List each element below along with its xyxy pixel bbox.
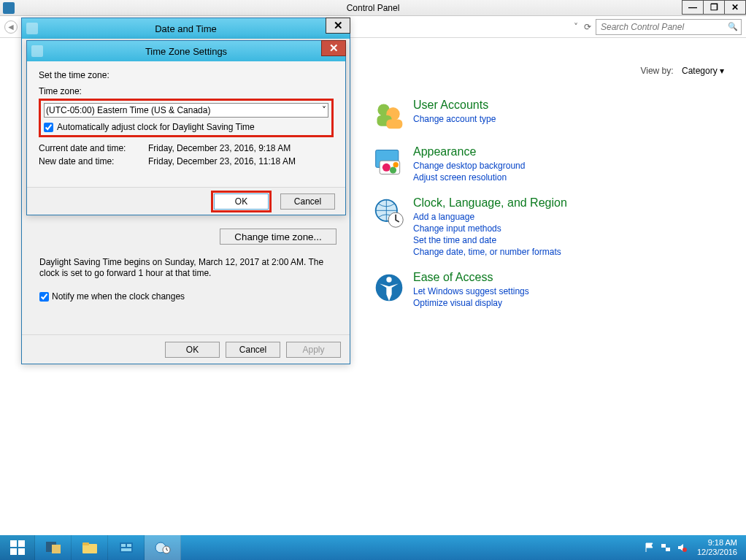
tz-title: Time Zone Settings <box>145 46 227 57</box>
date-time-button-row: OK Cancel Apply <box>22 334 350 364</box>
link-optimize-visual-display[interactable]: Optimize visual display <box>413 297 529 309</box>
refresh-button[interactable]: ⟳ <box>584 22 591 32</box>
ease-of-access-icon <box>372 271 406 304</box>
link-change-account-type[interactable]: Change account type <box>413 113 496 125</box>
auto-dst-label: Automatically adjust clock for Daylight … <box>57 122 255 132</box>
taskbar-clock[interactable]: 9:18 AM 12/23/2016 <box>693 538 742 557</box>
svg-point-8 <box>393 162 399 167</box>
maximize-button[interactable]: ❐ <box>703 0 725 15</box>
category-user-accounts: User Accounts Change account type <box>372 99 723 132</box>
control-panel-titlebar: Control Panel — ❐ ✕ <box>0 0 746 16</box>
tz-cancel-button[interactable]: Cancel <box>280 193 335 210</box>
date-time-titlebar: Date and Time ✕ <box>22 18 350 39</box>
network-icon[interactable] <box>661 542 671 553</box>
close-button[interactable]: ✕ <box>724 0 746 15</box>
search-input[interactable] <box>599 21 728 33</box>
nav-back-button[interactable]: ◄ <box>4 20 18 34</box>
sound-icon[interactable] <box>677 542 687 553</box>
category-appearance: Appearance Change desktop background Adj… <box>372 145 723 183</box>
svg-rect-23 <box>127 544 131 547</box>
svg-rect-22 <box>121 544 126 547</box>
svg-rect-13 <box>10 540 17 547</box>
chevron-down-icon: ˅ <box>322 105 326 115</box>
control-panel-icon <box>3 2 15 14</box>
taskbar-app-1[interactable] <box>108 535 145 560</box>
system-tray: 9:18 AM 12/23/2016 <box>640 535 746 560</box>
auto-dst-checkbox[interactable] <box>44 123 53 132</box>
taskbar-time: 9:18 AM <box>697 538 737 548</box>
svg-rect-24 <box>121 548 131 551</box>
current-datetime-value: Friday, December 23, 2016, 9:18 AM <box>148 143 291 153</box>
category-clock-language-region: Clock, Language, and Region Add a langua… <box>372 196 723 258</box>
tz-button-row: OK Cancel <box>27 187 345 215</box>
view-by-label: View by: <box>640 66 673 76</box>
view-by-dropdown[interactable]: Category ▾ <box>682 66 724 76</box>
tz-icon <box>31 45 43 57</box>
date-time-ok-button[interactable]: OK <box>165 342 220 358</box>
search-box[interactable]: 🔍 <box>596 19 742 35</box>
svg-rect-28 <box>666 548 670 551</box>
link-change-date-time-formats[interactable]: Change date, time, or number formats <box>413 246 567 258</box>
time-zone-selected: (UTC-05:00) Eastern Time (US & Canada) <box>46 105 210 115</box>
svg-point-7 <box>390 166 396 173</box>
category-title[interactable]: User Accounts <box>413 99 496 112</box>
svg-rect-16 <box>18 548 25 555</box>
minimize-button[interactable]: — <box>682 0 704 15</box>
flag-icon[interactable] <box>645 542 655 553</box>
date-time-cancel-button[interactable]: Cancel <box>226 342 280 358</box>
taskbar-date-time[interactable] <box>145 535 181 560</box>
taskbar: 9:18 AM 12/23/2016 <box>0 535 746 560</box>
svg-rect-20 <box>82 542 89 545</box>
category-title[interactable]: Ease of Access <box>413 271 529 284</box>
category-ease-of-access: Ease of Access Let Windows suggest setti… <box>372 271 723 309</box>
change-time-zone-button[interactable]: Change time zone... <box>220 229 337 245</box>
search-icon: 🔍 <box>728 22 738 31</box>
link-adjust-screen-resolution[interactable]: Adjust screen resolution <box>413 172 525 183</box>
window-title: Control Panel <box>347 3 400 13</box>
start-button[interactable] <box>0 535 35 560</box>
highlighted-timezone-area: (UTC-05:00) Eastern Time (US & Canada) ˅… <box>39 99 334 137</box>
tz-ok-button[interactable]: OK <box>214 193 269 210</box>
tz-titlebar: Time Zone Settings ✕ <box>27 41 345 61</box>
link-add-language[interactable]: Add a language <box>413 211 567 223</box>
user-accounts-icon <box>372 99 406 132</box>
time-zone-dropdown[interactable]: (UTC-05:00) Eastern Time (US & Canada) ˅ <box>44 103 328 118</box>
region-icon <box>372 196 406 230</box>
svg-point-12 <box>386 277 391 282</box>
taskbar-date: 12/23/2016 <box>697 548 737 557</box>
taskbar-file-explorer[interactable] <box>72 535 108 560</box>
time-zone-settings-dialog: Time Zone Settings ✕ Set the time zone: … <box>26 40 346 215</box>
svg-rect-18 <box>52 545 61 553</box>
link-set-time-date[interactable]: Set the time and date <box>413 234 567 246</box>
date-time-close-button[interactable]: ✕ <box>326 18 350 34</box>
set-time-zone-label: Set the time zone: <box>39 70 334 80</box>
notify-checkbox[interactable] <box>39 292 49 302</box>
new-datetime-value: Friday, December 23, 2016, 11:18 AM <box>148 156 296 166</box>
svg-rect-15 <box>10 548 17 555</box>
highlighted-ok-wrap: OK <box>211 191 272 212</box>
date-time-icon <box>26 23 38 34</box>
svg-rect-14 <box>18 540 25 547</box>
category-title[interactable]: Clock, Language, and Region <box>413 196 567 210</box>
date-time-title: Date and Time <box>155 23 217 34</box>
address-dropdown-icon[interactable]: ˅ <box>574 22 578 32</box>
time-zone-label: Time zone: <box>39 86 334 96</box>
appearance-icon <box>372 145 406 179</box>
svg-point-6 <box>382 164 391 172</box>
new-datetime-label: New date and time: <box>39 156 148 166</box>
tz-close-button[interactable]: ✕ <box>321 40 346 56</box>
svg-rect-3 <box>386 120 402 129</box>
current-datetime-label: Current date and time: <box>39 143 148 153</box>
svg-rect-27 <box>661 544 666 548</box>
notify-label: Notify me when the clock changes <box>52 291 185 302</box>
link-let-windows-suggest[interactable]: Let Windows suggest settings <box>413 285 529 297</box>
link-change-desktop-background[interactable]: Change desktop background <box>413 160 525 172</box>
taskbar-server-manager[interactable] <box>35 535 72 560</box>
view-by: View by: Category ▾ <box>640 66 724 76</box>
dst-info-text: Daylight Saving Time begins on Sunday, M… <box>39 257 332 279</box>
link-change-input-methods[interactable]: Change input methods <box>413 223 567 234</box>
category-title[interactable]: Appearance <box>413 145 525 158</box>
svg-point-29 <box>682 548 687 552</box>
date-time-apply-button: Apply <box>286 342 341 358</box>
